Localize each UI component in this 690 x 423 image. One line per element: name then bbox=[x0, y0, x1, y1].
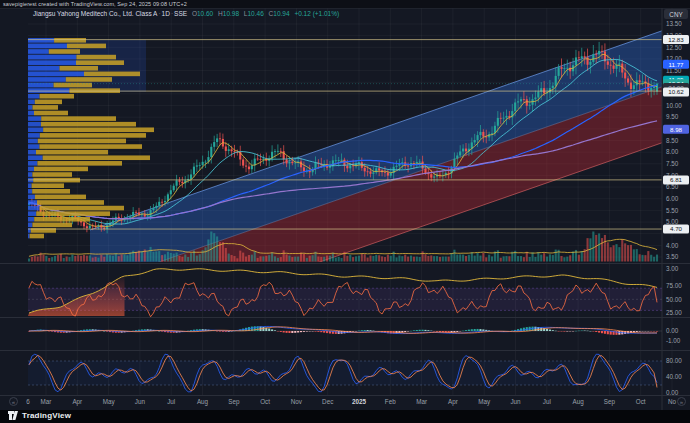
attribution-bar: savepigierest created with TradingView.c… bbox=[0, 0, 690, 8]
attribution-text: savepigierest created with TradingView.c… bbox=[3, 1, 187, 7]
time-axis-left-button[interactable]: « bbox=[9, 397, 18, 406]
go-to-realtime-button[interactable]: » bbox=[677, 397, 686, 406]
svg-text:Aug: Aug bbox=[197, 398, 209, 406]
svg-text:Feb: Feb bbox=[385, 398, 396, 405]
svg-text:0.00: 0.00 bbox=[666, 389, 679, 396]
svg-text:Jul: Jul bbox=[167, 398, 175, 405]
tradingview-chart-window: savepigierest created with TradingView.c… bbox=[0, 0, 690, 423]
svg-text:Aug: Aug bbox=[572, 398, 584, 406]
svg-text:Jul: Jul bbox=[543, 398, 551, 405]
svg-text:Mar: Mar bbox=[416, 398, 427, 405]
svg-text:Jun: Jun bbox=[135, 398, 146, 405]
svg-text:8.98: 8.98 bbox=[670, 126, 683, 133]
footer-bar: TradingView bbox=[0, 410, 690, 423]
tradingview-logo[interactable]: TradingView bbox=[8, 411, 71, 420]
svg-text:4.70: 4.70 bbox=[670, 225, 683, 232]
tradingview-logo-icon bbox=[8, 411, 19, 420]
chart-canvas[interactable]: 13.5013.0012.5012.0011.5010.009.508.508.… bbox=[0, 0, 690, 423]
svg-text:No: No bbox=[668, 398, 677, 405]
svg-text:Sep: Sep bbox=[604, 398, 616, 406]
svg-text:75.00: 75.00 bbox=[666, 282, 682, 289]
svg-text:12.50: 12.50 bbox=[666, 44, 682, 51]
svg-text:6.00: 6.00 bbox=[666, 195, 679, 202]
svg-text:2025: 2025 bbox=[352, 398, 367, 405]
svg-text:Dec: Dec bbox=[322, 398, 333, 405]
symbol-line[interactable]: Jiangsu Yahong Meditech Co., Ltd. Class … bbox=[33, 10, 339, 17]
svg-text:10.00: 10.00 bbox=[666, 102, 682, 109]
svg-text:Nov: Nov bbox=[291, 398, 303, 405]
svg-text:0.00: 0.00 bbox=[666, 327, 679, 334]
svg-text:-1.00: -1.00 bbox=[666, 337, 681, 344]
svg-text:Jun: Jun bbox=[510, 398, 521, 405]
open-value: 10.60 bbox=[197, 10, 213, 17]
main-legend[interactable]: Jiangsu Yahong Meditech Co., Ltd. Class … bbox=[33, 10, 339, 17]
symbol-exchange[interactable]: SSE bbox=[174, 10, 187, 17]
svg-text:Apr: Apr bbox=[72, 398, 82, 406]
svg-text:May: May bbox=[478, 398, 491, 406]
svg-text:5.50: 5.50 bbox=[666, 207, 679, 214]
symbol-interval[interactable]: 1D bbox=[162, 10, 170, 17]
svg-text:CNY: CNY bbox=[669, 11, 683, 18]
svg-text:Mar: Mar bbox=[41, 398, 52, 405]
svg-text:Sep: Sep bbox=[228, 398, 240, 406]
change-value: +0.12 (+1.01%) bbox=[294, 10, 339, 17]
svg-text:6: 6 bbox=[26, 398, 30, 405]
close-value: 10.94 bbox=[273, 10, 289, 17]
svg-text:May: May bbox=[103, 398, 116, 406]
svg-text:Apr: Apr bbox=[448, 398, 458, 406]
symbol-title[interactable]: Jiangsu Yahong Meditech Co., Ltd. Class … bbox=[33, 10, 157, 17]
svg-text:6.81: 6.81 bbox=[670, 176, 683, 183]
svg-text:4.00: 4.00 bbox=[666, 242, 679, 249]
svg-text:11.77: 11.77 bbox=[668, 61, 684, 68]
svg-text:9.50: 9.50 bbox=[666, 113, 679, 120]
svg-text:40.00: 40.00 bbox=[666, 373, 682, 380]
high-value: 10.98 bbox=[223, 10, 239, 17]
tradingview-logo-text: TradingView bbox=[22, 411, 71, 420]
svg-text:3.00: 3.00 bbox=[666, 265, 679, 272]
svg-text:Oct: Oct bbox=[260, 398, 270, 405]
svg-text:7.50: 7.50 bbox=[666, 160, 679, 167]
svg-text:Oct: Oct bbox=[636, 398, 646, 405]
svg-text:13.50: 13.50 bbox=[666, 20, 682, 27]
svg-text:25.00: 25.00 bbox=[666, 309, 682, 316]
svg-text:50.00: 50.00 bbox=[666, 296, 682, 303]
low-value: 10.46 bbox=[247, 10, 263, 17]
svg-text:8.50: 8.50 bbox=[666, 137, 679, 144]
svg-text:10.62: 10.62 bbox=[668, 88, 684, 95]
svg-text:3.50: 3.50 bbox=[666, 253, 679, 260]
svg-text:8.00: 8.00 bbox=[666, 148, 679, 155]
svg-text:5.00: 5.00 bbox=[666, 218, 679, 225]
svg-text:12.83: 12.83 bbox=[668, 36, 684, 43]
svg-text:80.00: 80.00 bbox=[666, 357, 682, 364]
